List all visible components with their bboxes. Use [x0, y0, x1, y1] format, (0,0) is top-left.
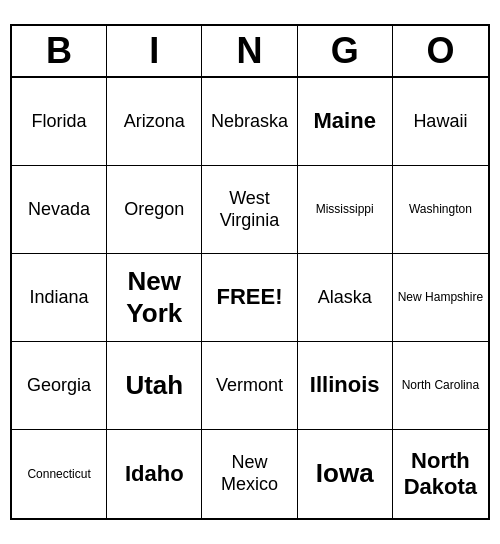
bingo-cell: Illinois	[298, 342, 393, 430]
cell-text: Illinois	[310, 372, 380, 398]
cell-text: Indiana	[30, 287, 89, 309]
header-letter: O	[393, 26, 488, 76]
bingo-header: BINGO	[12, 26, 488, 78]
cell-text: Florida	[32, 111, 87, 133]
cell-text: Maine	[314, 108, 376, 134]
cell-text: Utah	[125, 370, 183, 401]
cell-text: North Dakota	[397, 448, 484, 501]
bingo-cell: North Carolina	[393, 342, 488, 430]
bingo-cell: Idaho	[107, 430, 202, 518]
bingo-cell: Arizona	[107, 78, 202, 166]
cell-text: Mississippi	[316, 202, 374, 216]
bingo-cell: Hawaii	[393, 78, 488, 166]
bingo-card: BINGO FloridaArizonaNebraskaMaineHawaiiN…	[10, 24, 490, 520]
cell-text: Connecticut	[27, 467, 90, 481]
cell-text: Nevada	[28, 199, 90, 221]
header-letter: N	[202, 26, 297, 76]
bingo-cell: Vermont	[202, 342, 297, 430]
cell-text: New Mexico	[206, 452, 292, 495]
bingo-cell: North Dakota	[393, 430, 488, 518]
bingo-cell: New Mexico	[202, 430, 297, 518]
cell-text: Idaho	[125, 461, 184, 487]
bingo-cell: West Virginia	[202, 166, 297, 254]
bingo-cell: Connecticut	[12, 430, 107, 518]
bingo-cell: Nebraska	[202, 78, 297, 166]
bingo-cell: Utah	[107, 342, 202, 430]
bingo-cell: Washington	[393, 166, 488, 254]
cell-text: Washington	[409, 202, 472, 216]
bingo-cell: New Hampshire	[393, 254, 488, 342]
bingo-cell: Indiana	[12, 254, 107, 342]
cell-text: West Virginia	[206, 188, 292, 231]
bingo-cell: New York	[107, 254, 202, 342]
bingo-cell: Alaska	[298, 254, 393, 342]
cell-text: New Hampshire	[398, 290, 483, 304]
cell-text: North Carolina	[402, 378, 479, 392]
cell-text: Oregon	[124, 199, 184, 221]
cell-text: Arizona	[124, 111, 185, 133]
cell-text: Hawaii	[413, 111, 467, 133]
bingo-cell: Nevada	[12, 166, 107, 254]
bingo-grid: FloridaArizonaNebraskaMaineHawaiiNevadaO…	[12, 78, 488, 518]
bingo-cell: Florida	[12, 78, 107, 166]
bingo-cell: Mississippi	[298, 166, 393, 254]
bingo-cell: Iowa	[298, 430, 393, 518]
cell-text: Nebraska	[211, 111, 288, 133]
header-letter: G	[298, 26, 393, 76]
cell-text: Alaska	[318, 287, 372, 309]
bingo-cell: Maine	[298, 78, 393, 166]
cell-text: FREE!	[216, 284, 282, 310]
bingo-cell: Georgia	[12, 342, 107, 430]
cell-text: Iowa	[316, 458, 374, 489]
header-letter: I	[107, 26, 202, 76]
cell-text: Vermont	[216, 375, 283, 397]
cell-text: Georgia	[27, 375, 91, 397]
bingo-cell: FREE!	[202, 254, 297, 342]
bingo-cell: Oregon	[107, 166, 202, 254]
header-letter: B	[12, 26, 107, 76]
cell-text: New York	[111, 266, 197, 328]
